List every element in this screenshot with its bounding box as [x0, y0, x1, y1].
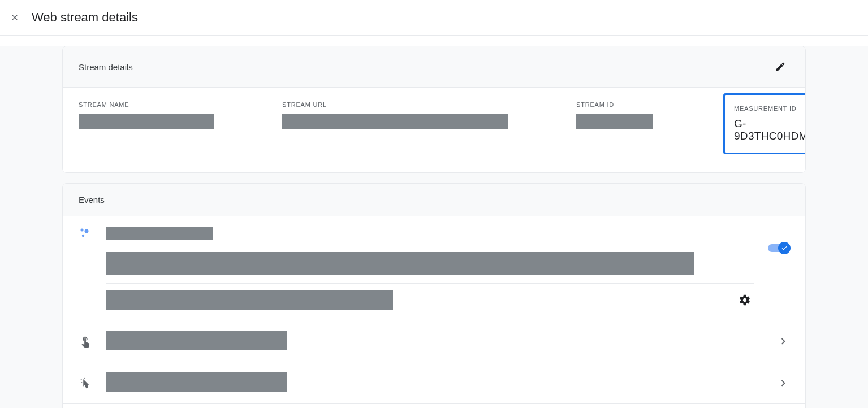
stream-name-label: STREAM NAME	[79, 101, 282, 108]
stream-url-field: STREAM URL	[282, 101, 576, 154]
enhanced-measurement-toggle[interactable]	[768, 242, 789, 254]
edit-button[interactable]	[771, 58, 789, 76]
svg-point-4	[81, 382, 83, 383]
redacted-stream-id	[576, 114, 653, 129]
svg-point-3	[81, 379, 82, 380]
svg-point-1	[85, 229, 89, 233]
measurement-id-value: G-9D3THC0HDM	[734, 118, 806, 142]
stream-id-label: STREAM ID	[576, 101, 723, 108]
event-row-click[interactable]	[63, 362, 805, 403]
redacted-stream-url	[282, 114, 508, 129]
svg-point-0	[81, 229, 84, 232]
sparkle-icon	[79, 227, 92, 240]
chevron-right-icon	[777, 377, 789, 389]
events-header: Events	[63, 184, 805, 216]
stream-details-row: STREAM NAME STREAM URL STREAM ID MEASURE…	[63, 88, 805, 172]
close-button[interactable]	[8, 11, 21, 24]
stream-details-header: Stream details	[63, 46, 805, 88]
measurement-id-label: MEASUREMENT ID	[734, 105, 806, 112]
event-row-key[interactable]	[63, 403, 805, 408]
stream-details-card: Stream details STREAM NAME STREAM URL ST…	[62, 46, 806, 173]
enhanced-measurement-content	[106, 227, 754, 310]
svg-point-2	[82, 235, 84, 237]
redacted-event-desc-1	[106, 252, 694, 275]
event-row-touch[interactable]	[63, 320, 805, 362]
page-header: Web stream details	[0, 0, 868, 36]
page-title: Web stream details	[32, 10, 138, 25]
events-title: Events	[79, 195, 105, 205]
redacted-event-row-1	[106, 331, 287, 350]
redacted-event-title-1	[106, 227, 213, 240]
redacted-event-desc-2	[106, 290, 393, 310]
svg-point-5	[84, 377, 85, 379]
redacted-event-row-2	[106, 372, 287, 392]
pencil-icon	[775, 61, 786, 72]
content-area: Stream details STREAM NAME STREAM URL ST…	[0, 46, 868, 408]
enhanced-measurement-row	[63, 216, 805, 320]
stream-url-label: STREAM URL	[282, 101, 576, 108]
stream-name-field: STREAM NAME	[79, 101, 282, 154]
stream-details-title: Stream details	[79, 62, 133, 72]
redacted-stream-name	[79, 114, 214, 129]
gear-icon	[739, 294, 751, 306]
close-icon	[10, 13, 19, 22]
settings-button[interactable]	[735, 290, 754, 310]
measurement-id-field: MEASUREMENT ID G-9D3THC0HDM	[723, 101, 806, 154]
measurement-id-highlight: MEASUREMENT ID G-9D3THC0HDM	[723, 93, 806, 154]
events-card: Events	[62, 183, 806, 408]
chevron-right-icon	[777, 335, 789, 348]
cursor-click-icon	[79, 376, 92, 390]
check-icon	[781, 245, 788, 251]
stream-id-field: STREAM ID	[576, 101, 723, 154]
touch-icon	[79, 335, 92, 348]
